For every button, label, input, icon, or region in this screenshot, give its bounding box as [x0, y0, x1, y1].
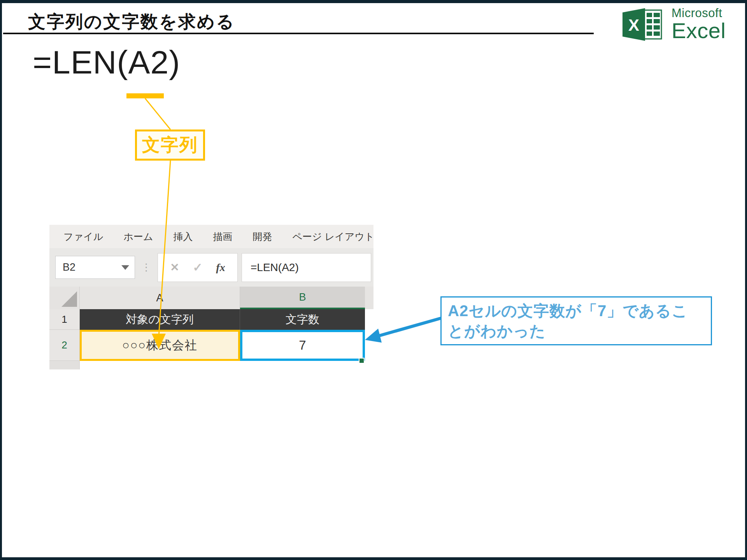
formula-bar-separator: ⋮	[141, 264, 151, 271]
fill-handle[interactable]	[359, 358, 365, 364]
tab-home[interactable]: ホーム	[123, 230, 153, 243]
formula-display: =LEN(A2)	[33, 44, 180, 81]
callout-line1: A2セルの文字数が「7」であるこ	[448, 301, 705, 321]
column-header-filler	[365, 287, 374, 309]
select-all-corner[interactable]	[49, 287, 80, 309]
logo-microsoft-text: Microsoft	[672, 7, 726, 19]
excel-icon: X	[622, 8, 663, 41]
table-row: 1 対象の文字列 文字数	[49, 309, 374, 330]
cell-b2[interactable]: 7	[240, 330, 365, 361]
excel-icon-letter: X	[628, 16, 639, 34]
name-box-value: B2	[63, 261, 121, 273]
row-header-1[interactable]: 1	[49, 309, 80, 330]
row-filler	[365, 309, 374, 330]
confirm-icon[interactable]: ✓	[193, 261, 203, 274]
tab-insert[interactable]: 挿入	[174, 230, 193, 243]
formula-bar-input[interactable]: =LEN(A2)	[242, 253, 371, 282]
spreadsheet-grid: A B 1 対象の文字列 文字数 2 ○○○株式会社 7	[49, 287, 374, 369]
result-callout: A2セルの文字数が「7」であるこ とがわかった	[440, 296, 712, 345]
title-divider	[3, 33, 594, 34]
tab-page-layout[interactable]: ページ レイアウト	[293, 230, 375, 243]
logo-excel-text: Excel	[672, 20, 726, 42]
row-header-3-stub	[49, 361, 80, 369]
tab-developer[interactable]: 開発	[253, 230, 272, 243]
table-row	[49, 361, 374, 369]
cell-a1[interactable]: 対象の文字列	[80, 309, 240, 330]
formula-bar-buttons: ✕ ✓ fx	[158, 253, 238, 282]
column-header-a[interactable]: A	[80, 287, 240, 309]
tab-file[interactable]: ファイル	[63, 230, 103, 243]
insert-function-icon[interactable]: fx	[216, 261, 225, 274]
tab-draw[interactable]: 描画	[213, 230, 233, 243]
chevron-down-icon[interactable]	[121, 265, 129, 270]
argument-underline	[126, 93, 164, 98]
excel-screenshot: ファイル ホーム 挿入 描画 開発 ページ レイアウト B2 ⋮ ✕ ✓ fx …	[49, 225, 374, 370]
column-header-row: A B	[49, 287, 374, 309]
row-filler	[365, 330, 374, 361]
argument-label-box: 文字列	[135, 130, 205, 161]
formula-bar-row: B2 ⋮ ✕ ✓ fx =LEN(A2)	[49, 248, 374, 287]
callout-line2: とがわかった	[448, 321, 705, 341]
table-row: 2 ○○○株式会社 7	[49, 330, 374, 361]
page-title: 文字列の文字数を求める	[28, 10, 235, 33]
cell-b1[interactable]: 文字数	[240, 309, 365, 330]
row-header-2[interactable]: 2	[49, 330, 80, 361]
column-header-b[interactable]: B	[240, 287, 365, 309]
select-all-triangle-icon	[61, 291, 77, 307]
ribbon-tab-bar: ファイル ホーム 挿入 描画 開発 ページ レイアウト	[49, 225, 374, 248]
argument-label-text: 文字列	[142, 133, 198, 157]
name-box[interactable]: B2	[55, 256, 135, 279]
cancel-icon[interactable]: ✕	[170, 261, 179, 274]
excel-logo: X Microsoft Excel	[622, 7, 726, 42]
cell-a2[interactable]: ○○○株式会社	[80, 330, 240, 361]
